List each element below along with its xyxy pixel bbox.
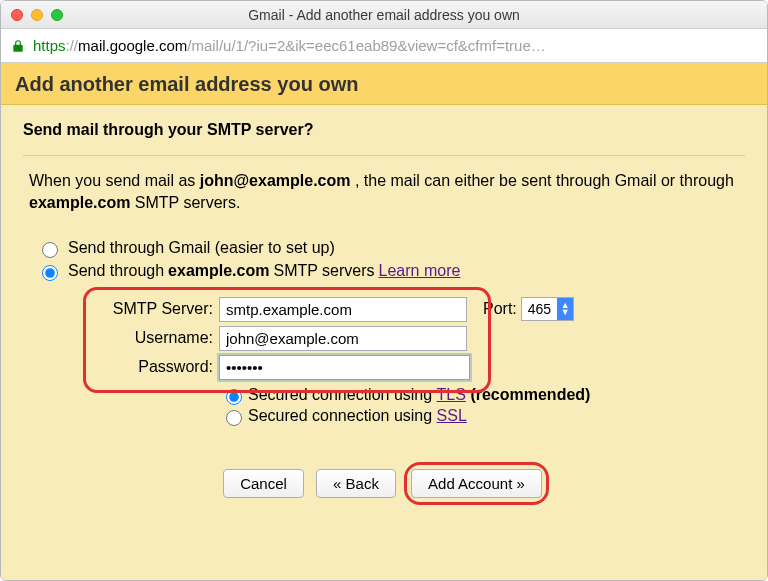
window-title: Gmail - Add another email address you ow… <box>1 7 767 23</box>
url-host: mail.google.com <box>78 37 187 54</box>
add-account-button[interactable]: Add Account » <box>411 469 542 498</box>
password-input[interactable] <box>219 355 470 380</box>
page-header-bar: Add another email address you own <box>1 63 767 105</box>
browser-window: Gmail - Add another email address you ow… <box>0 0 768 581</box>
password-row: Password: <box>91 355 745 380</box>
learn-more-link[interactable]: Learn more <box>379 262 461 280</box>
smtp-server-row: SMTP Server: Port: 465 ▲▼ <box>91 297 745 322</box>
username-label: Username: <box>91 329 219 347</box>
url-text: https://mail.google.com/mail/u/1/?iu=2&i… <box>33 37 546 54</box>
security-radio-group: Secured connection using TLS (recommende… <box>221 386 745 426</box>
info-email: john@example.com <box>200 172 351 189</box>
port-label: Port: <box>483 300 517 318</box>
smtp-server-label: SMTP Server: <box>91 300 219 318</box>
radio-ssl[interactable]: Secured connection using SSL <box>221 407 745 426</box>
section-subhead: Send mail through your SMTP server? <box>23 121 745 139</box>
maximize-window-button[interactable] <box>51 9 63 21</box>
radio-ssl-input[interactable] <box>226 410 242 426</box>
smtp-settings-form: SMTP Server: Port: 465 ▲▼ Username: Pass… <box>91 297 745 426</box>
radio-send-smtp[interactable]: Send through example.com SMTP servers Le… <box>37 262 745 281</box>
page-content: Send mail through your SMTP server? When… <box>1 105 767 580</box>
tls-link[interactable]: TLS <box>437 386 466 404</box>
port-select[interactable]: 465 ▲▼ <box>521 297 574 321</box>
username-input[interactable] <box>219 326 467 351</box>
password-label: Password: <box>91 358 219 376</box>
info-domain: example.com <box>29 194 130 211</box>
dialog-buttons: Cancel « Back Add Account » <box>23 462 745 505</box>
radio-send-smtp-input[interactable] <box>42 265 58 281</box>
chevron-updown-icon: ▲▼ <box>557 298 573 320</box>
callout-add-account-highlight: Add Account » <box>404 462 549 505</box>
close-window-button[interactable] <box>11 9 23 21</box>
radio-send-gmail-input[interactable] <box>42 242 58 258</box>
username-row: Username: <box>91 326 745 351</box>
radio-send-gmail[interactable]: Send through Gmail (easier to set up) <box>37 239 745 258</box>
send-route-radio-group: Send through Gmail (easier to set up) Se… <box>37 239 745 281</box>
url-bar[interactable]: https://mail.google.com/mail/u/1/?iu=2&i… <box>1 29 767 63</box>
radio-smtp-domain: example.com <box>168 262 269 280</box>
info-text: When you send mail as john@example.com ,… <box>29 170 739 215</box>
tls-recommended: (recommended) <box>470 386 590 404</box>
radio-send-gmail-label: Send through Gmail (easier to set up) <box>68 239 335 257</box>
url-scheme: https <box>33 37 66 54</box>
back-button[interactable]: « Back <box>316 469 396 498</box>
ssl-link[interactable]: SSL <box>437 407 467 425</box>
lock-icon <box>11 39 25 53</box>
page-title: Add another email address you own <box>15 73 753 96</box>
smtp-server-input[interactable] <box>219 297 467 322</box>
divider <box>23 155 745 156</box>
titlebar: Gmail - Add another email address you ow… <box>1 1 767 29</box>
port-wrap: Port: 465 ▲▼ <box>483 297 574 321</box>
radio-tls-input[interactable] <box>226 389 242 405</box>
radio-tls[interactable]: Secured connection using TLS (recommende… <box>221 386 745 405</box>
cancel-button[interactable]: Cancel <box>223 469 304 498</box>
port-value: 465 <box>522 301 557 317</box>
minimize-window-button[interactable] <box>31 9 43 21</box>
url-path: /mail/u/1/?iu=2&ik=eec61eab89&view=cf&cf… <box>187 37 546 54</box>
window-controls <box>1 9 63 21</box>
